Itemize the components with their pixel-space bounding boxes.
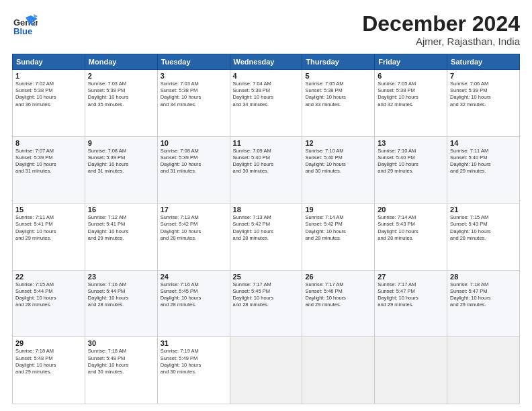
day-info: Sunrise: 7:02 AM Sunset: 5:38 PM Dayligh… [15,81,82,108]
col-wednesday: Wednesday [230,54,302,70]
table-row: 27Sunrise: 7:17 AM Sunset: 5:47 PM Dayli… [375,270,447,337]
day-number: 8 [15,139,82,147]
table-row: 20Sunrise: 7:14 AM Sunset: 5:43 PM Dayli… [375,203,447,271]
day-number: 23 [88,273,154,281]
table-row: 29Sunrise: 7:18 AM Sunset: 5:48 PM Dayli… [13,337,85,404]
table-row [230,337,302,404]
day-info: Sunrise: 7:13 AM Sunset: 5:42 PM Dayligh… [233,214,300,242]
day-number: 28 [450,273,517,281]
day-info: Sunrise: 7:18 AM Sunset: 5:47 PM Dayligh… [450,281,517,309]
day-info: Sunrise: 7:04 AM Sunset: 5:38 PM Dayligh… [233,81,300,108]
day-number: 6 [378,72,444,80]
col-saturday: Saturday [447,54,520,70]
day-info: Sunrise: 7:19 AM Sunset: 5:49 PM Dayligh… [161,348,227,375]
day-number: 25 [233,273,300,281]
table-row: 30Sunrise: 7:18 AM Sunset: 5:48 PM Dayli… [85,337,157,404]
day-number: 17 [161,205,227,214]
day-info: Sunrise: 7:08 AM Sunset: 5:39 PM Dayligh… [161,148,227,175]
day-number: 4 [233,72,300,80]
table-row: 1Sunrise: 7:02 AM Sunset: 5:38 PM Daylig… [13,70,85,137]
day-number: 31 [161,339,227,347]
day-number: 9 [88,139,154,147]
day-number: 7 [450,72,517,80]
calendar-subtitle: Ajmer, Rajasthan, India [362,36,520,47]
day-number: 30 [88,339,154,347]
svg-text:Blue: Blue [13,26,32,36]
day-number: 12 [305,139,371,147]
table-row: 28Sunrise: 7:18 AM Sunset: 5:47 PM Dayli… [447,270,520,337]
table-row: 31Sunrise: 7:19 AM Sunset: 5:49 PM Dayli… [157,337,230,404]
table-row: 21Sunrise: 7:15 AM Sunset: 5:43 PM Dayli… [447,203,520,271]
table-row: 26Sunrise: 7:17 AM Sunset: 5:46 PM Dayli… [302,270,375,337]
table-row: 25Sunrise: 7:17 AM Sunset: 5:45 PM Dayli… [230,270,302,337]
col-sunday: Sunday [13,54,85,70]
day-info: Sunrise: 7:14 AM Sunset: 5:42 PM Dayligh… [305,214,371,242]
day-info: Sunrise: 7:10 AM Sunset: 5:40 PM Dayligh… [305,148,371,175]
col-friday: Friday [375,54,447,70]
day-info: Sunrise: 7:07 AM Sunset: 5:39 PM Dayligh… [15,148,82,175]
day-info: Sunrise: 7:10 AM Sunset: 5:40 PM Dayligh… [378,148,444,175]
table-row: 24Sunrise: 7:16 AM Sunset: 5:45 PM Dayli… [157,270,230,337]
day-info: Sunrise: 7:18 AM Sunset: 5:48 PM Dayligh… [88,348,154,375]
table-row: 15Sunrise: 7:11 AM Sunset: 5:41 PM Dayli… [13,203,85,271]
day-number: 21 [450,205,517,214]
day-number: 18 [233,205,300,214]
table-row: 4Sunrise: 7:04 AM Sunset: 5:38 PM Daylig… [230,70,302,137]
table-row: 6Sunrise: 7:05 AM Sunset: 5:38 PM Daylig… [375,70,447,137]
table-row: 5Sunrise: 7:05 AM Sunset: 5:38 PM Daylig… [302,70,375,137]
table-row: 19Sunrise: 7:14 AM Sunset: 5:42 PM Dayli… [302,203,375,271]
page: General Blue December 2024 Ajmer, Rajast… [0,0,532,411]
day-number: 14 [450,139,517,147]
day-number: 16 [88,205,154,214]
header: General Blue December 2024 Ajmer, Rajast… [12,12,520,47]
calendar-title: December 2024 [362,12,520,36]
day-info: Sunrise: 7:09 AM Sunset: 5:40 PM Dayligh… [233,148,300,175]
day-info: Sunrise: 7:17 AM Sunset: 5:45 PM Dayligh… [233,281,300,309]
day-info: Sunrise: 7:17 AM Sunset: 5:47 PM Dayligh… [378,281,444,309]
day-number: 11 [233,139,300,147]
table-row: 3Sunrise: 7:03 AM Sunset: 5:38 PM Daylig… [157,70,230,137]
logo-icon: General Blue [12,12,38,38]
day-info: Sunrise: 7:11 AM Sunset: 5:40 PM Dayligh… [450,148,517,175]
day-info: Sunrise: 7:16 AM Sunset: 5:44 PM Dayligh… [88,281,154,309]
day-number: 13 [378,139,444,147]
day-info: Sunrise: 7:18 AM Sunset: 5:48 PM Dayligh… [15,348,82,375]
table-row [375,337,447,404]
title-section: December 2024 Ajmer, Rajasthan, India [362,12,520,47]
day-number: 22 [15,273,82,281]
day-info: Sunrise: 7:13 AM Sunset: 5:42 PM Dayligh… [161,214,227,242]
table-row [302,337,375,404]
day-number: 24 [161,273,227,281]
day-info: Sunrise: 7:15 AM Sunset: 5:44 PM Dayligh… [15,281,82,309]
calendar-table: Sunday Monday Tuesday Wednesday Thursday… [12,54,520,404]
col-tuesday: Tuesday [157,54,230,70]
day-info: Sunrise: 7:03 AM Sunset: 5:38 PM Dayligh… [88,81,154,108]
day-info: Sunrise: 7:15 AM Sunset: 5:43 PM Dayligh… [450,214,517,242]
day-info: Sunrise: 7:08 AM Sunset: 5:39 PM Dayligh… [88,148,154,175]
table-row: 8Sunrise: 7:07 AM Sunset: 5:39 PM Daylig… [13,136,85,203]
table-row: 14Sunrise: 7:11 AM Sunset: 5:40 PM Dayli… [447,136,520,203]
day-info: Sunrise: 7:12 AM Sunset: 5:41 PM Dayligh… [88,214,154,242]
day-info: Sunrise: 7:05 AM Sunset: 5:38 PM Dayligh… [378,81,444,108]
day-number: 2 [88,72,154,80]
col-monday: Monday [85,54,157,70]
day-info: Sunrise: 7:14 AM Sunset: 5:43 PM Dayligh… [378,214,444,242]
day-info: Sunrise: 7:11 AM Sunset: 5:41 PM Dayligh… [15,214,82,242]
table-row [447,337,520,404]
day-number: 10 [161,139,227,147]
table-row: 11Sunrise: 7:09 AM Sunset: 5:40 PM Dayli… [230,136,302,203]
day-info: Sunrise: 7:05 AM Sunset: 5:38 PM Dayligh… [305,81,371,108]
table-row: 22Sunrise: 7:15 AM Sunset: 5:44 PM Dayli… [13,270,85,337]
day-number: 19 [305,205,371,214]
day-number: 5 [305,72,371,80]
day-number: 15 [15,205,82,214]
day-number: 20 [378,205,444,214]
table-row: 18Sunrise: 7:13 AM Sunset: 5:42 PM Dayli… [230,203,302,271]
day-info: Sunrise: 7:03 AM Sunset: 5:38 PM Dayligh… [161,81,227,108]
table-row: 2Sunrise: 7:03 AM Sunset: 5:38 PM Daylig… [85,70,157,137]
table-row: 12Sunrise: 7:10 AM Sunset: 5:40 PM Dayli… [302,136,375,203]
day-number: 1 [15,72,82,80]
day-number: 29 [15,339,82,347]
day-info: Sunrise: 7:16 AM Sunset: 5:45 PM Dayligh… [161,281,227,309]
day-number: 27 [378,273,444,281]
